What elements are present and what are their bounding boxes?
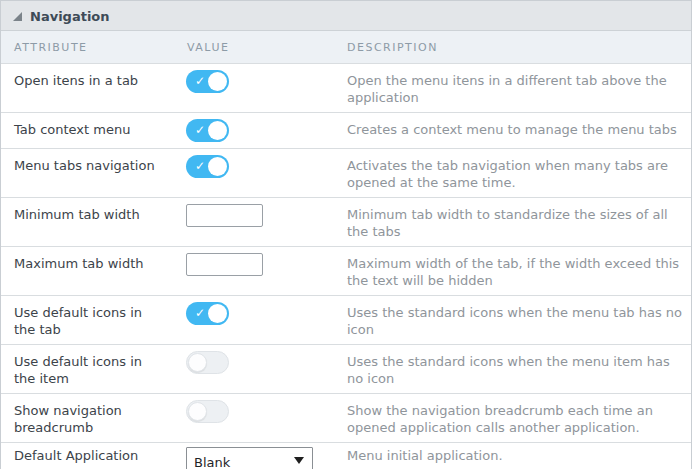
attribute-label-maximum-tab-width: Maximum tab width	[1, 247, 174, 295]
toggle-check-icon: ✓	[195, 155, 205, 178]
menu-tabs-navigation-toggle[interactable]: ✓	[186, 155, 229, 178]
toggle-knob	[208, 121, 227, 140]
table-row: Default ApplicationBlankMenu initial app…	[1, 443, 691, 469]
table-row: Menu tabs navigation✓Activates the tab n…	[1, 149, 691, 198]
toggle-check-icon: ✓	[195, 302, 205, 325]
description-text: Maximum width of the tab, if the width e…	[334, 247, 691, 295]
toggle-check-icon: ✓	[195, 119, 205, 142]
toggle-knob	[208, 304, 227, 323]
value-cell: ✓	[174, 296, 334, 344]
table-row: Maximum tab widthMaximum width of the ta…	[1, 247, 691, 296]
description-text: Open the menu itens in a different tab a…	[334, 64, 691, 112]
description-text: Activates the tab navigation when many t…	[334, 149, 691, 197]
attribute-label-use-default-icons-in-the-tab: Use default icons in the tab	[1, 296, 174, 344]
description-text: Minimum tab width to standardize the siz…	[334, 198, 691, 246]
navigation-settings-panel: Navigation ATTRIBUTE VALUE DESCRIPTION O…	[0, 0, 692, 469]
table-row: Open itens in a tab✓Open the menu itens …	[1, 64, 691, 113]
use-default-icons-in-the-item-toggle[interactable]: ✓	[186, 351, 229, 374]
attribute-label-open-itens-in-a-tab: Open itens in a tab	[1, 64, 174, 112]
value-cell: ✓	[174, 113, 334, 148]
description-text: Show the navigation breadcrumb each time…	[334, 394, 691, 442]
select-wrapper: Blank	[186, 447, 313, 469]
column-header-description: DESCRIPTION	[334, 31, 691, 63]
show-navigation-breadcrumb-toggle[interactable]: ✓	[186, 400, 229, 423]
column-header-attribute: ATTRIBUTE	[1, 31, 174, 63]
value-cell: ✓	[174, 394, 334, 442]
toggle-knob	[208, 157, 227, 176]
tab-context-menu-toggle[interactable]: ✓	[186, 119, 229, 142]
collapse-triangle-icon	[13, 12, 22, 21]
toggle-knob	[188, 353, 207, 372]
description-text: Creates a context menu to manage the men…	[334, 113, 691, 148]
toggle-knob	[188, 402, 207, 421]
toggle-check-icon: ✓	[195, 70, 205, 93]
value-cell: Blank	[174, 443, 334, 469]
description-text: Uses the standard icons when the menu ta…	[334, 296, 691, 344]
open-itens-in-a-tab-toggle[interactable]: ✓	[186, 70, 229, 93]
attribute-label-default-application: Default Application	[1, 443, 174, 469]
default-application-select[interactable]: Blank	[186, 447, 313, 469]
value-cell	[174, 247, 334, 295]
table-row: Minimum tab widthMinimum tab width to st…	[1, 198, 691, 247]
value-cell	[174, 198, 334, 246]
attribute-label-menu-tabs-navigation: Menu tabs navigation	[1, 149, 174, 197]
column-header-value: VALUE	[174, 31, 334, 63]
attribute-label-use-default-icons-in-the-item: Use default icons in the item	[1, 345, 174, 393]
attribute-label-tab-context-menu: Tab context menu	[1, 113, 174, 148]
value-cell: ✓	[174, 64, 334, 112]
panel-title: Navigation	[30, 9, 110, 24]
attribute-label-minimum-tab-width: Minimum tab width	[1, 198, 174, 246]
maximum-tab-width-input[interactable]	[186, 253, 263, 276]
toggle-knob	[208, 72, 227, 91]
table-row: Tab context menu✓Creates a context menu …	[1, 113, 691, 149]
value-cell: ✓	[174, 345, 334, 393]
description-text: Uses the standard icons when the menu it…	[334, 345, 691, 393]
table-header-row: ATTRIBUTE VALUE DESCRIPTION	[1, 31, 691, 64]
table-row: Use default icons in the item✓Uses the s…	[1, 345, 691, 394]
table-row: Show navigation breadcrumb✓Show the navi…	[1, 394, 691, 443]
value-cell: ✓	[174, 149, 334, 197]
table-row: Use default icons in the tab✓Uses the st…	[1, 296, 691, 345]
settings-rows: Open itens in a tab✓Open the menu itens …	[1, 64, 691, 469]
description-text: Menu initial application.	[334, 443, 691, 469]
panel-header[interactable]: Navigation	[1, 1, 691, 31]
minimum-tab-width-input[interactable]	[186, 204, 263, 227]
use-default-icons-in-the-tab-toggle[interactable]: ✓	[186, 302, 229, 325]
attribute-label-show-navigation-breadcrumb: Show navigation breadcrumb	[1, 394, 174, 442]
